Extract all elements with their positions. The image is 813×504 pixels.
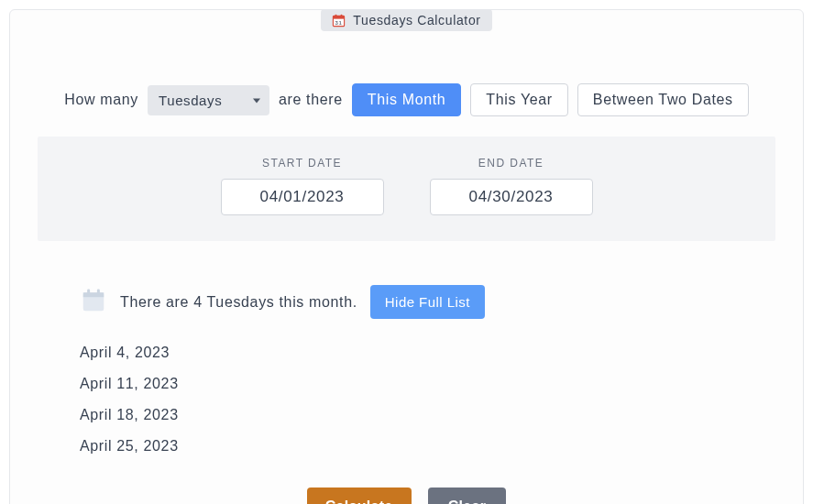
result-summary: There are 4 Tuesdays this month.	[120, 294, 357, 311]
end-date-block: END DATE	[430, 157, 593, 215]
start-date-input[interactable]	[221, 179, 384, 215]
list-item: April 25, 2023	[80, 438, 803, 455]
svg-rect-6	[83, 292, 104, 297]
actions-row: Calculate Clear	[10, 488, 803, 504]
list-item: April 18, 2023	[80, 407, 803, 423]
day-select-wrap: SundaysMondaysTuesdaysWednesdaysThursday…	[148, 85, 269, 115]
svg-text:31: 31	[335, 19, 343, 26]
range-this-month[interactable]: This Month	[352, 83, 462, 116]
svg-rect-8	[97, 289, 100, 294]
question-prefix: How many	[64, 92, 138, 108]
question-suffix: are there	[279, 92, 343, 108]
toggle-list-button[interactable]: Hide Full List	[370, 285, 485, 319]
dates-panel: START DATE END DATE	[38, 137, 775, 241]
calendar-outline-icon	[80, 287, 107, 318]
svg-rect-3	[341, 14, 343, 16]
result-row: There are 4 Tuesdays this month. Hide Fu…	[80, 285, 803, 319]
start-date-block: START DATE	[221, 157, 384, 215]
title-chip: 31 Tuesdays Calculator	[321, 9, 491, 31]
svg-rect-1	[334, 16, 345, 18]
range-this-year[interactable]: This Year	[470, 83, 567, 116]
range-between-dates[interactable]: Between Two Dates	[577, 83, 749, 116]
question-row: How many SundaysMondaysTuesdaysWednesday…	[10, 83, 803, 116]
list-item: April 11, 2023	[80, 376, 803, 392]
end-date-input[interactable]	[430, 179, 593, 215]
result-date-list: April 4, 2023April 11, 2023April 18, 202…	[80, 345, 803, 455]
calendar-icon: 31	[332, 14, 346, 27]
clear-button[interactable]: Clear	[428, 488, 507, 504]
list-item: April 4, 2023	[80, 345, 803, 361]
end-date-label: END DATE	[478, 157, 544, 170]
calculator-card: 31 Tuesdays Calculator How many SundaysM…	[9, 9, 804, 504]
day-select[interactable]: SundaysMondaysTuesdaysWednesdaysThursday…	[148, 85, 269, 115]
title-text: Tuesdays Calculator	[353, 13, 480, 27]
start-date-label: START DATE	[262, 157, 342, 170]
calculate-button[interactable]: Calculate	[307, 488, 412, 504]
svg-rect-2	[335, 14, 337, 16]
svg-rect-7	[87, 289, 90, 294]
